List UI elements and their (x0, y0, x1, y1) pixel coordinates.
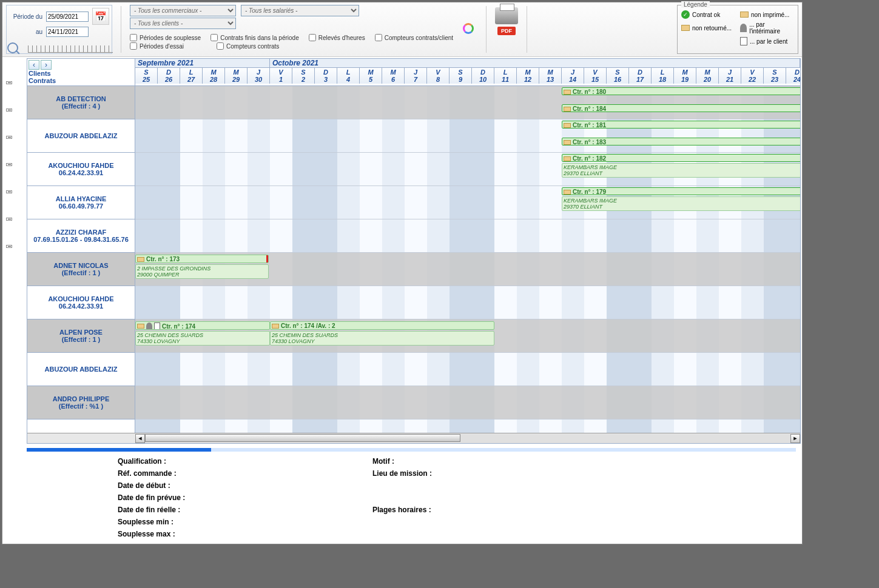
print-icon (137, 324, 144, 329)
contract-bar-181[interactable]: Ctr. n° : 181 (562, 121, 800, 129)
clients-dropdown[interactable]: - Tous les clients - (130, 18, 236, 29)
date-to-input[interactable] (46, 27, 89, 37)
separator (121, 6, 121, 53)
person-row[interactable]: ABUZOUR ABDELAZIZ (27, 353, 135, 386)
contract-bar-182-detail[interactable]: KERAMBARS IMAGE29370 ELLIANT (562, 163, 800, 178)
legend-non-retourne: non retourné... (681, 21, 735, 35)
day-column: V22 (741, 68, 764, 84)
zoom-ruler[interactable] (28, 45, 113, 53)
day-column: V15 (584, 68, 607, 84)
day-column: M29 (225, 68, 248, 84)
day-column: M19 (674, 68, 696, 84)
gantt-header: ‹ › Clients Contrats Septembre 2021 Octo… (27, 59, 800, 86)
print-icon (564, 107, 571, 112)
nav-prev-button[interactable]: ‹ (29, 60, 39, 70)
souplesse-min-label: Souplesse min : (118, 518, 372, 526)
print-group: PDF (495, 5, 518, 54)
ref-commande-label: Réf. commande : (118, 469, 372, 478)
nav-next-button[interactable]: › (41, 60, 52, 70)
magnifier-icon[interactable] (6, 41, 22, 57)
expander[interactable] (6, 81, 12, 84)
person-row[interactable]: ALLIA HYACINE06.60.49.79.77 (27, 186, 135, 219)
person-row[interactable]: ABUZOUR ABDELAZIZ (27, 119, 135, 153)
expander[interactable] (6, 163, 12, 166)
day-column: M20 (696, 68, 719, 84)
day-column: L4 (337, 68, 360, 84)
contract-bar-183[interactable]: Ctr. n° : 183 (562, 138, 800, 145)
clients-header: Clients (29, 70, 133, 77)
contract-bar-174-detail[interactable]: 25 CHEMIN DES SUARDS74330 LOVAGNY (135, 331, 270, 346)
legend-par-client: ... par le client (740, 37, 794, 45)
gantt-hscrollbar[interactable]: ◄ ► (27, 433, 800, 443)
person-row[interactable]: AKOUCHIOU FAHDE06.24.42.33.91 (27, 153, 135, 186)
row-expanders (6, 81, 12, 248)
refresh-icon[interactable] (463, 23, 474, 34)
scroll-track[interactable] (145, 434, 790, 443)
contract-bar-180[interactable]: Ctr. n° : 180 (562, 87, 800, 95)
contract-bar-174av-detail[interactable]: 25 CHEMIN DES SUARDS74330 LOVAGNY (270, 331, 494, 346)
day-column: M12 (517, 68, 539, 84)
day-column: M13 (539, 68, 562, 84)
toolbar: Période du 📅 au - Tous les commerciaux -… (2, 2, 802, 57)
date-from-input[interactable] (46, 12, 89, 22)
legend-ok: ✓Contrat ok (681, 10, 735, 19)
day-column: V8 (427, 68, 450, 84)
contract-bar-179[interactable]: Ctr. n° : 179 (562, 187, 800, 195)
check-essai[interactable]: Périodes d'essai (130, 42, 184, 50)
scroll-left-button[interactable]: ◄ (135, 434, 145, 443)
separator (486, 6, 487, 53)
expander[interactable] (6, 109, 12, 112)
legend-par-interimaire: ... par l'intérimaire (740, 21, 794, 35)
calendar-icon[interactable]: 📅 (92, 8, 109, 25)
person-row[interactable]: AKOUCHIOU FAHDE06.24.42.33.91 (27, 286, 135, 319)
contrats-header: Contrats (29, 77, 133, 84)
commercials-dropdown[interactable]: - Tous les commerciaux - (130, 5, 236, 16)
timeline-body[interactable]: Ctr. n° : 180 Ctr. n° : 184 Ctr. n° : 18… (135, 86, 800, 433)
motif-label: Motif : (372, 457, 778, 466)
day-column: J7 (405, 68, 427, 84)
contract-bar-179-detail[interactable]: KERAMBARS IMAGE29370 ELLIANT (562, 196, 800, 211)
expander[interactable] (6, 218, 12, 221)
day-column: L27 (180, 68, 203, 84)
scroll-thumb[interactable] (145, 434, 460, 442)
legend-title: Légende (681, 1, 710, 8)
expander[interactable] (6, 136, 12, 139)
month-oct: Octobre 2021 (270, 59, 800, 68)
contract-bar-173[interactable]: Ctr. n° : 173 (135, 255, 269, 263)
contract-bar-184[interactable]: Ctr. n° : 184 (562, 104, 800, 112)
day-column: L11 (494, 68, 517, 84)
contract-bar-174av[interactable]: Ctr. n° : 174 /Av. : 2 (270, 321, 494, 330)
day-column: D3 (315, 68, 337, 84)
print-icon (272, 324, 279, 329)
contract-bar-173-detail[interactable]: 2 IMPASSE DES GIRONDINS29000 QUIMPER (135, 264, 269, 279)
plages-label: Plages horaires : (372, 506, 778, 514)
check-finis[interactable]: Contrats finis dans la période (210, 34, 299, 41)
salaries-dropdown[interactable]: - Tous les salariés - (241, 5, 359, 16)
contract-bar-174[interactable]: Ctr. n° : 174 (135, 321, 270, 330)
day-column: S9 (450, 68, 472, 84)
day-column: M28 (203, 68, 225, 84)
check-releves[interactable]: Relevés d'heures (309, 34, 365, 41)
check-compteurs[interactable]: Compteurs contrats (217, 42, 279, 50)
zoom-ruler-row (2, 41, 113, 57)
timeline-row (135, 286, 800, 319)
printer-icon[interactable] (495, 7, 518, 24)
progress-bar (27, 448, 796, 452)
expander[interactable] (6, 245, 12, 248)
check-compteurs-client[interactable]: Compteurs contrats/client (375, 34, 453, 41)
lieu-mission-label: Lieu de mission : (372, 469, 778, 478)
expander[interactable] (6, 190, 12, 193)
scroll-right-button[interactable]: ► (790, 434, 800, 443)
day-column: V1 (270, 68, 292, 84)
contract-bar-182[interactable]: Ctr. n° : 182 (562, 154, 800, 162)
person-row[interactable]: AZZIZI CHARAF07.69.15.01.26 - 09.84.31.6… (27, 219, 135, 253)
pdf-button[interactable]: PDF (497, 27, 516, 35)
gantt-area: ‹ › Clients Contrats Septembre 2021 Octo… (27, 58, 801, 444)
day-column: D10 (472, 68, 494, 84)
day-column: S2 (292, 68, 315, 84)
legend-box: Légende ✓Contrat ok non imprimé... non r… (677, 5, 798, 54)
check-souplesse[interactable]: Périodes de souplesse (130, 34, 201, 41)
day-column: S16 (607, 68, 629, 84)
client-header-row: ANDRO PHILIPPE(Effectif : %1 ) (27, 386, 135, 419)
period-from-label: Période du (9, 13, 42, 20)
